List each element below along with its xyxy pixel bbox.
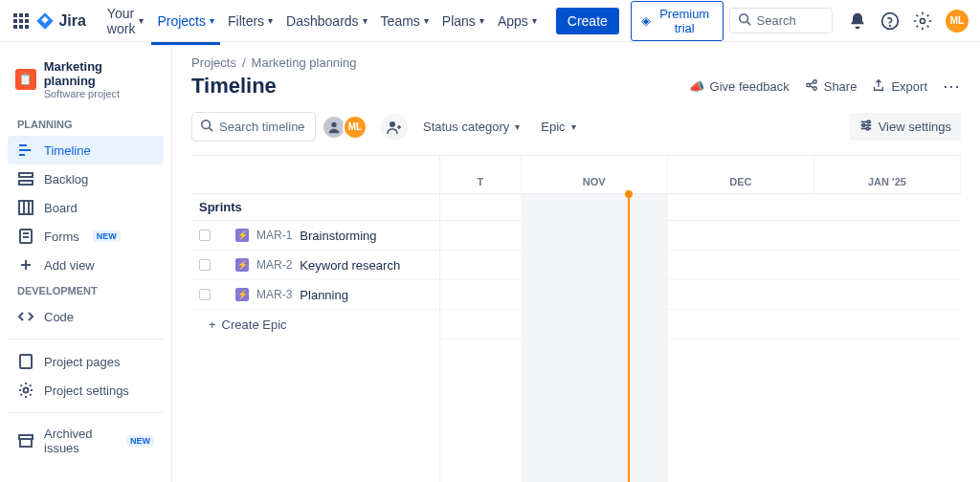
- new-badge: NEW: [126, 435, 154, 447]
- section-planning: PLANNING: [8, 113, 164, 136]
- sidebar-board[interactable]: Board: [8, 193, 164, 222]
- sidebar-project-pages[interactable]: Project pages: [8, 347, 164, 376]
- svg-point-43: [867, 120, 870, 123]
- checkbox[interactable]: [199, 230, 211, 241]
- backlog-icon: [17, 170, 34, 187]
- breadcrumb-project[interactable]: Marketing planning: [252, 55, 357, 70]
- search-placeholder: Search: [757, 13, 796, 28]
- view-settings-button[interactable]: View settings: [850, 113, 961, 141]
- help-icon[interactable]: [880, 11, 900, 31]
- sidebar-add-view[interactable]: Add view: [8, 251, 164, 279]
- nav-plans[interactable]: Plans▾: [436, 10, 490, 33]
- svg-rect-27: [20, 355, 32, 368]
- section-development: DEVELOPMENT: [8, 279, 164, 302]
- svg-point-36: [202, 120, 211, 129]
- epic-icon: ⚡: [235, 288, 249, 301]
- archive-icon: [17, 432, 34, 449]
- notifications-icon[interactable]: [848, 11, 867, 31]
- month-header: DEC: [668, 156, 814, 193]
- sidebar-project-settings[interactable]: Project settings: [8, 376, 164, 405]
- today-marker: [628, 194, 630, 482]
- chevron-down-icon: ▾: [571, 121, 576, 132]
- app-switcher-icon[interactable]: [11, 10, 30, 33]
- forms-icon: [17, 228, 34, 245]
- checkbox[interactable]: [199, 259, 211, 271]
- svg-point-31: [806, 83, 810, 87]
- user-avatar[interactable]: ML: [946, 10, 969, 33]
- svg-line-34: [810, 82, 813, 84]
- create-button[interactable]: Create: [556, 8, 619, 34]
- epic-filter[interactable]: Epic▾: [535, 116, 581, 138]
- gear-icon: [17, 382, 34, 399]
- search-icon: [738, 12, 751, 29]
- epic-key[interactable]: MAR-3: [256, 288, 292, 301]
- month-header: NOV: [522, 156, 668, 193]
- month-header: T: [440, 156, 522, 193]
- svg-rect-4: [19, 19, 23, 23]
- chevron-down-icon: ▾: [139, 15, 144, 26]
- status-category-filter[interactable]: Status category▾: [417, 116, 525, 138]
- give-feedback-button[interactable]: 📣 Give feedback: [689, 79, 790, 94]
- nav-your-work[interactable]: Your work▾: [101, 2, 150, 40]
- chevron-down-icon: ▾: [479, 15, 484, 26]
- svg-point-32: [813, 79, 816, 83]
- svg-point-44: [862, 124, 865, 127]
- svg-point-13: [921, 18, 925, 23]
- export-icon: [872, 78, 885, 95]
- search-icon: [200, 119, 213, 135]
- settings-icon[interactable]: [913, 11, 932, 31]
- plus-icon: +: [209, 318, 216, 332]
- epic-summary[interactable]: Planning: [300, 288, 348, 302]
- chevron-down-icon: ▾: [363, 15, 368, 26]
- share-button[interactable]: Share: [805, 78, 858, 95]
- chevron-down-icon: ▾: [515, 121, 520, 132]
- svg-point-45: [866, 127, 869, 130]
- sidebar-archived[interactable]: Archived issues NEW: [8, 421, 164, 461]
- epic-summary[interactable]: Keyword research: [300, 258, 400, 273]
- epic-summary[interactable]: Brainstorming: [300, 229, 376, 243]
- svg-rect-8: [25, 25, 29, 29]
- svg-rect-0: [13, 13, 17, 17]
- user-avatar-small[interactable]: ML: [343, 115, 368, 140]
- diamond-icon: ◈: [641, 13, 651, 28]
- svg-point-12: [890, 25, 891, 26]
- svg-point-39: [390, 121, 395, 127]
- checkbox[interactable]: [199, 289, 211, 300]
- epic-row[interactable]: ⚡ MAR-3 Planning: [191, 280, 439, 310]
- svg-line-37: [210, 128, 213, 132]
- sidebar-backlog[interactable]: Backlog: [8, 164, 164, 193]
- timeline-canvas[interactable]: T NOV DEC JAN '25: [440, 156, 961, 482]
- sidebar-code[interactable]: Code: [8, 302, 164, 331]
- breadcrumb-projects[interactable]: Projects: [191, 55, 236, 70]
- nav-dashboards[interactable]: Dashboards▾: [280, 10, 373, 33]
- nav-apps[interactable]: Apps▾: [492, 10, 543, 33]
- sidebar: 📋 Marketing planning Software project PL…: [0, 42, 172, 482]
- sprints-label: Sprints: [191, 194, 439, 221]
- epic-key[interactable]: MAR-2: [256, 258, 292, 272]
- epic-row[interactable]: ⚡ MAR-2 Keyword research: [191, 251, 439, 280]
- svg-point-9: [739, 14, 747, 23]
- svg-rect-30: [20, 439, 32, 447]
- more-menu[interactable]: ⋯: [943, 76, 961, 97]
- global-search[interactable]: Search: [729, 8, 833, 33]
- month-header: JAN '25: [814, 156, 961, 193]
- epic-icon: ⚡: [235, 229, 249, 242]
- timeline-search[interactable]: Search timeline: [191, 112, 316, 142]
- epic-key[interactable]: MAR-1: [256, 229, 292, 242]
- sidebar-timeline[interactable]: Timeline: [8, 136, 164, 164]
- epic-row[interactable]: ⚡ MAR-1 Brainstorming: [191, 221, 439, 251]
- premium-trial-button[interactable]: ◈ Premium trial: [631, 1, 724, 41]
- sidebar-forms[interactable]: Forms NEW: [8, 222, 164, 251]
- nav-filters[interactable]: Filters▾: [222, 10, 278, 33]
- svg-line-10: [746, 22, 750, 26]
- jira-logo[interactable]: Jira: [35, 11, 85, 31]
- create-epic-button[interactable]: + Create Epic: [191, 310, 439, 340]
- svg-rect-17: [19, 173, 33, 177]
- add-people-button[interactable]: [381, 114, 408, 141]
- nav-teams[interactable]: Teams▾: [375, 10, 434, 33]
- svg-rect-5: [25, 19, 29, 23]
- project-type: Software project: [44, 88, 156, 99]
- current-month-band: [521, 194, 667, 482]
- nav-projects[interactable]: Projects▾: [151, 10, 220, 33]
- export-button[interactable]: Export: [872, 78, 927, 95]
